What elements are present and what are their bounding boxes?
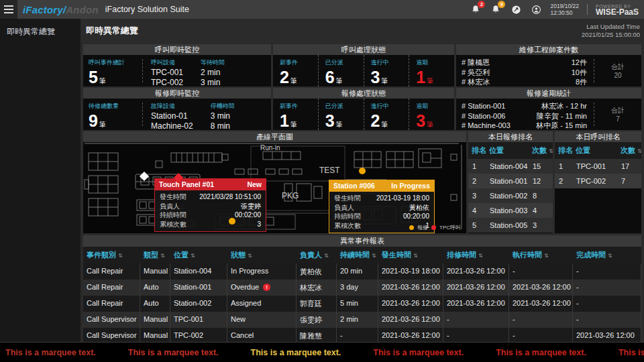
column-header[interactable]: 類型⇅ [140, 247, 170, 263]
table-cell: 4 [468, 203, 486, 218]
list-item: # 林宏冰8件 [462, 77, 587, 87]
tooltip-title: Touch Panel #01 [159, 180, 214, 188]
page-title: 即時異常總覽 [86, 25, 138, 37]
column-header[interactable]: 排修時間⇅ [443, 247, 509, 263]
column-header[interactable]: 事件類別⇅ [83, 247, 140, 263]
marker-repair-yellow-circle[interactable] [359, 168, 366, 174]
table-cell: Station-001 [170, 280, 227, 296]
repair-total-stat: 待修總數量 9筆 [83, 99, 142, 130]
sort-icon: ⇅ [324, 253, 329, 259]
table-cell: TPC-001 [170, 312, 227, 328]
wise-paas-logo: WISE-PaaS [596, 9, 639, 15]
table-cell: Call Supervisor [83, 312, 140, 328]
marquee-text: This is a marquee text. [619, 348, 644, 357]
area-label-pkg: PKG [282, 191, 299, 200]
table-cell: 5 min [337, 296, 378, 312]
table-cell: Station-005 [486, 218, 529, 233]
column-header[interactable]: 位置⇅ [170, 247, 227, 263]
fault-device-column: 故障設備 Station-01 Machine-02 [151, 102, 193, 130]
column-header[interactable]: 次數⇅ [529, 142, 553, 159]
table-cell: 郭育廷 [297, 296, 337, 312]
column-header[interactable]: 狀態⇅ [227, 247, 297, 263]
panel-title: 報修即時監控 [83, 88, 271, 99]
area-label-run-in: Run-in [260, 144, 280, 152]
panel-repair-ranking: 本日報修排名 排名位置次數⇅1Station-004152Station-001… [468, 131, 553, 233]
panel-repair-overdue-stats: 報修逾期統計 # Station-001林宏冰 - 12 hr # Statio… [456, 88, 641, 130]
marquee-text: This is a marquee text. [5, 348, 96, 357]
table-cell: - [509, 263, 573, 280]
user-glyph [531, 5, 541, 15]
column-header[interactable]: 發生時間⇅ [378, 247, 443, 263]
status-new: 新事件2筆 [273, 55, 318, 86]
table-cell: Auto [140, 280, 170, 296]
table-cell: Station-004 [170, 263, 227, 280]
tooltip-status: In Progress [391, 182, 430, 190]
column-header[interactable]: 次數⇅ [617, 142, 641, 159]
tooltip-title: Station #006 [333, 182, 375, 190]
globe-glyph [511, 5, 521, 15]
sort-icon: ⇅ [160, 253, 165, 259]
floor-map-canvas[interactable]: Run-in TEST PKG Touch Panel #01New 發生時間2… [83, 142, 466, 233]
table-cell: 2 [555, 174, 572, 188]
column-header[interactable]: 執行時間⇅ [509, 247, 573, 263]
map-tooltip-touch-panel-01[interactable]: Touch Panel #01New 發生時間2021/03/28 10:51:… [154, 178, 266, 232]
panel-title: 產線平面圖 [83, 131, 466, 142]
sort-icon: ⇅ [413, 253, 418, 259]
table-cell: 2021-03-26 12:00 [378, 296, 443, 312]
table-cell: TPC-002 [572, 174, 617, 188]
sidebar: 即時異常總覽 [0, 19, 80, 342]
table-cell: - [573, 280, 641, 296]
user-icon[interactable] [530, 3, 542, 15]
table-cell: 2 min [337, 312, 378, 328]
overdue-list: # Station-001林宏冰 - 12 hr # Station-006陳辛… [456, 99, 594, 130]
menu-icon[interactable] [0, 0, 17, 19]
column-header[interactable]: 負責人⇅ [297, 247, 337, 263]
list-item: # 陳橋恩12件 [462, 58, 587, 68]
table-cell: 2021-03-26 12:00 [509, 280, 573, 296]
notification-bell-icon[interactable]: 9 [490, 3, 502, 15]
column-header[interactable]: 完成時間⇅ [573, 247, 641, 263]
table-cell: 3 [468, 188, 486, 203]
panel-title: 呼叫即時監控 [83, 44, 271, 55]
alarm-bell-icon[interactable]: 2 [470, 3, 482, 15]
last-updated: Last Updated Time 2021/01/25 15:00:00 [582, 23, 640, 39]
panel-call-ranking: 本日呼叫排名 排名位置次數⇅1TPC-001172TPC-0027 [555, 131, 641, 233]
table-cell: Auto [140, 296, 170, 312]
table-cell: 2021-03-26 12:00 [378, 312, 443, 328]
globe-icon[interactable] [510, 3, 522, 15]
total-count: 合計 7 [594, 99, 641, 130]
status-assigned: 已分派6筆 [318, 55, 364, 86]
table-cell: 黃柏依 [297, 263, 337, 280]
table-cell: 7 [617, 174, 641, 188]
table-cell: Station-002 [170, 296, 227, 312]
sort-icon: ⇅ [248, 253, 252, 259]
sort-icon: ⇅ [544, 253, 549, 259]
table-cell: Station-002 [486, 188, 529, 203]
table-cell: 張雯婷 [297, 312, 337, 328]
marquee-text: This is a marquee text. [496, 348, 586, 357]
date-text: 2019/10/22 [550, 3, 579, 9]
table-cell: - [573, 312, 641, 328]
sort-icon: ⇅ [608, 253, 612, 259]
column-header[interactable]: 排名 [468, 142, 486, 159]
list-item: # 吳亞利10件 [462, 68, 587, 78]
table-cell: Station-003 [486, 203, 529, 218]
table-cell: 20 min [337, 263, 378, 280]
column-header[interactable]: 持續時間⇅ [337, 247, 378, 263]
table-cell: 3 [529, 218, 553, 233]
sidebar-item-realtime-abnormal-overview[interactable]: 即時異常總覽 [0, 19, 80, 45]
alarm-count-badge: 2 [478, 1, 485, 8]
table-cell: 2021-03-26 12:00 [509, 296, 573, 312]
clock: 2019/10/22 12:30:50 [550, 3, 579, 16]
table-cell: 12 [529, 174, 553, 188]
marker-repair-yellow-circle[interactable] [229, 218, 235, 225]
column-header[interactable]: 排名 [555, 142, 572, 159]
time-text: 12:30:50 [550, 9, 579, 16]
table-cell: Call Repair [83, 263, 140, 280]
column-header[interactable]: 位置 [572, 142, 617, 159]
column-header[interactable]: 位置 [486, 142, 529, 159]
panel-title: 報修處理狀態 [273, 88, 454, 99]
tooltip-status: New [247, 180, 262, 188]
call-total-stat: 呼叫事件總計 5筆 [83, 55, 142, 86]
list-item: # Machine-003林中原 - 15 min [462, 121, 587, 131]
